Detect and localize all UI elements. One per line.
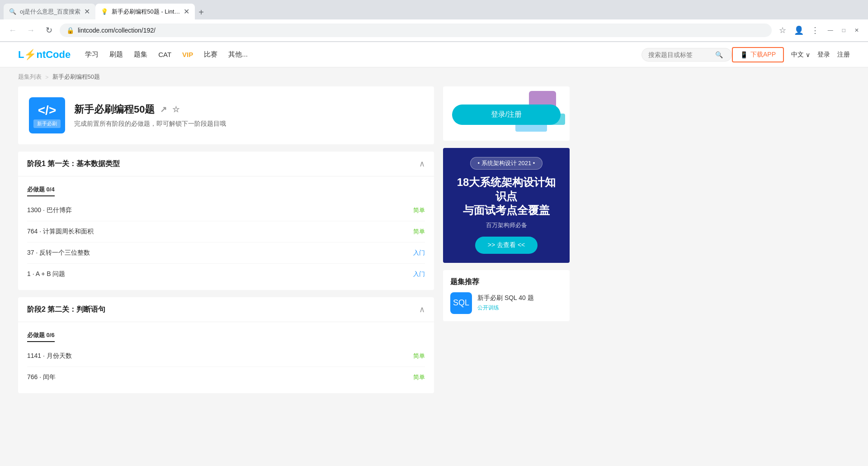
stage1-required-label: 必做题 0/4 bbox=[27, 182, 55, 196]
recommend-info-1: 新手必刷 SQL 40 题 公开训练 bbox=[477, 294, 534, 312]
browser-controls: ← → ↻ 🔒 lintcode.com/collection/192/ ☆ 👤… bbox=[0, 19, 868, 42]
nav-right: 📱 下载APP 中文 ∨ 登录 注册 bbox=[732, 47, 850, 62]
collection-title-text: 新手必刷编程50题 bbox=[74, 103, 155, 116]
problem-name-1: 1 · A + B 问题 bbox=[27, 270, 65, 278]
stage2-body: 必做题 0/6 1141 · 月份天数 简单 766 · 闰年 简单 bbox=[18, 322, 434, 393]
stage2-required-label: 必做题 0/6 bbox=[27, 328, 55, 342]
browser-tabs: 🔍 oj是什么意思_百度搜索 ✕ 💡 新手必刷编程50题 - LintCode … bbox=[0, 0, 868, 19]
bookmark-button[interactable]: ☆ bbox=[775, 23, 790, 38]
collection-badge: 新手必刷 bbox=[33, 119, 61, 128]
tab1-title: oj是什么意思_百度搜索 bbox=[20, 8, 80, 16]
page: L⚡ntCode 学习 刷题 题集 CAT VIP 比赛 其他... 🔍 📱 下… bbox=[0, 42, 868, 418]
problem-difficulty-1300: 简单 bbox=[413, 206, 425, 214]
stage1-toggle[interactable]: ∧ bbox=[419, 159, 425, 169]
download-label: 下载APP bbox=[750, 51, 776, 59]
problem-name-766: 766 · 闰年 bbox=[27, 373, 56, 381]
collection-title-row: 新手必刷编程50题 ↗ ☆ bbox=[74, 103, 423, 116]
code-icon: </> bbox=[38, 103, 56, 118]
new-tab-button[interactable]: + bbox=[195, 5, 208, 19]
collection-header: </> 新手必刷 新手必刷编程50题 ↗ ☆ 完成前置所有阶段的必做题，即可解锁… bbox=[18, 86, 434, 144]
maximize-button[interactable]: □ bbox=[839, 25, 849, 35]
ad-banner: • 系统架构设计 2021 • 18大系统架构设计知识点与面试考点全覆盖 百万架… bbox=[443, 148, 570, 263]
main-layout: </> 新手必刷 新手必刷编程50题 ↗ ☆ 完成前置所有阶段的必做题，即可解锁… bbox=[0, 86, 588, 418]
forward-button[interactable]: → bbox=[24, 23, 38, 38]
collection-info: 新手必刷编程50题 ↗ ☆ 完成前置所有阶段的必做题，即可解锁下一阶段题目哦 bbox=[74, 103, 423, 128]
logo-l: L bbox=[18, 49, 24, 61]
login-register-button[interactable]: 登录/注册 bbox=[452, 105, 561, 125]
search-icon: 🔍 bbox=[715, 51, 723, 58]
content-left: </> 新手必刷 新手必刷编程50题 ↗ ☆ 完成前置所有阶段的必做题，即可解锁… bbox=[18, 86, 434, 400]
nav-link-other[interactable]: 其他... bbox=[228, 48, 248, 61]
nav-link-cat[interactable]: CAT bbox=[158, 49, 171, 60]
problem-difficulty-1: 入门 bbox=[413, 270, 425, 278]
breadcrumb-parent[interactable]: 题集列表 bbox=[18, 73, 42, 81]
share-icon[interactable]: ↗ bbox=[160, 105, 167, 114]
logo-lightning: ⚡ bbox=[24, 49, 36, 61]
stage2-header[interactable]: 阶段2 第二关：判断语句 ∧ bbox=[18, 297, 434, 322]
problem-difficulty-766: 简单 bbox=[413, 373, 425, 381]
problem-difficulty-1141: 简单 bbox=[413, 352, 425, 360]
login-link[interactable]: 登录 bbox=[817, 51, 830, 59]
stage1-section: 阶段1 第一关：基本数据类型 ∧ 必做题 0/4 1300 · 巴什博弈 简单 … bbox=[18, 152, 434, 290]
stage1-title: 阶段1 第一关：基本数据类型 bbox=[27, 159, 120, 169]
logo-text: ntCode bbox=[36, 49, 71, 61]
breadcrumb: 题集列表 > 新手必刷编程50题 bbox=[0, 67, 868, 86]
nav-link-contest[interactable]: 比赛 bbox=[204, 48, 217, 61]
tab2-title: 新手必刷编程50题 - LintCode bbox=[112, 8, 180, 16]
lang-text: 中文 bbox=[791, 51, 804, 59]
tab1-close[interactable]: ✕ bbox=[84, 7, 90, 16]
refresh-button[interactable]: ↻ bbox=[42, 23, 56, 38]
browser-tab-1[interactable]: 🔍 oj是什么意思_百度搜索 ✕ bbox=[4, 4, 95, 19]
problem-row-37[interactable]: 37 · 反转一个三位整数 入门 bbox=[27, 243, 425, 264]
url-text: lintcode.com/collection/192/ bbox=[78, 27, 765, 34]
collection-icon: </> 新手必刷 bbox=[29, 97, 65, 133]
recommend-icon-1: SQL bbox=[450, 292, 472, 314]
nav-link-practice[interactable]: 刷题 bbox=[109, 48, 123, 61]
stage1-header[interactable]: 阶段1 第一关：基本数据类型 ∧ bbox=[18, 152, 434, 176]
account-button[interactable]: 👤 bbox=[792, 23, 806, 38]
breadcrumb-separator: > bbox=[45, 74, 49, 81]
nav-link-collections[interactable]: 题集 bbox=[134, 48, 147, 61]
search-input[interactable] bbox=[648, 51, 712, 58]
tab2-close[interactable]: ✕ bbox=[184, 7, 189, 16]
language-selector[interactable]: 中文 ∨ bbox=[791, 51, 810, 59]
stage2-toggle[interactable]: ∧ bbox=[419, 304, 425, 314]
problem-row-1300[interactable]: 1300 · 巴什博弈 简单 bbox=[27, 200, 425, 221]
nav-link-vip[interactable]: VIP bbox=[182, 49, 193, 60]
problem-row-766[interactable]: 766 · 闰年 简单 bbox=[27, 367, 425, 388]
ad-subtitle: 百万架构师必备 bbox=[452, 221, 561, 229]
minimize-button[interactable]: — bbox=[824, 25, 837, 35]
problem-row-1[interactable]: 1 · A + B 问题 入门 bbox=[27, 264, 425, 285]
login-banner: 登录/注册 bbox=[443, 86, 570, 141]
download-app-button[interactable]: 📱 下载APP bbox=[732, 47, 784, 62]
browser-tab-2[interactable]: 💡 新手必刷编程50题 - LintCode ✕ bbox=[95, 4, 195, 19]
stage2-title: 阶段2 第二关：判断语句 bbox=[27, 305, 105, 314]
close-window-button[interactable]: ✕ bbox=[851, 25, 863, 35]
chevron-down-icon: ∨ bbox=[806, 51, 810, 58]
recommend-section: 题集推荐 SQL 新手必刷 SQL 40 题 公开训练 bbox=[443, 270, 570, 321]
sql-icon: SQL bbox=[453, 298, 469, 308]
more-button[interactable]: ⋮ bbox=[808, 23, 822, 38]
lock-icon: 🔒 bbox=[66, 27, 74, 34]
recommend-type-1: 公开训练 bbox=[477, 304, 534, 312]
browser-right-buttons: ☆ 👤 ⋮ — □ ✕ bbox=[775, 23, 863, 38]
problem-name-1141: 1141 · 月份天数 bbox=[27, 352, 72, 360]
ad-action-button[interactable]: >> 去查看 << bbox=[475, 237, 538, 254]
tab1-favicon: 🔍 bbox=[9, 8, 16, 15]
problem-name-764: 764 · 计算圆周长和面积 bbox=[27, 228, 94, 236]
ad-title: 18大系统架构设计知识点与面试考点全覆盖 bbox=[452, 175, 561, 218]
collection-description: 完成前置所有阶段的必做题，即可解锁下一阶段题目哦 bbox=[74, 120, 423, 128]
back-button[interactable]: ← bbox=[5, 23, 20, 38]
navbar-logo[interactable]: L⚡ntCode bbox=[18, 49, 71, 61]
nav-link-study[interactable]: 学习 bbox=[85, 48, 99, 61]
address-bar[interactable]: 🔒 lintcode.com/collection/192/ bbox=[60, 24, 772, 37]
register-link[interactable]: 注册 bbox=[837, 51, 850, 59]
favorite-icon[interactable]: ☆ bbox=[172, 105, 179, 114]
recommend-item-1[interactable]: SQL 新手必刷 SQL 40 题 公开训练 bbox=[450, 292, 562, 314]
problem-row-1141[interactable]: 1141 · 月份天数 简单 bbox=[27, 346, 425, 367]
content-right: 登录/注册 • 系统架构设计 2021 • 18大系统架构设计知识点与面试考点全… bbox=[443, 86, 570, 400]
problem-row-764[interactable]: 764 · 计算圆周长和面积 简单 bbox=[27, 221, 425, 243]
problem-name-1300: 1300 · 巴什博弈 bbox=[27, 206, 72, 214]
ad-badge: • 系统架构设计 2021 • bbox=[470, 157, 543, 170]
nav-search[interactable]: 🔍 bbox=[642, 48, 732, 62]
